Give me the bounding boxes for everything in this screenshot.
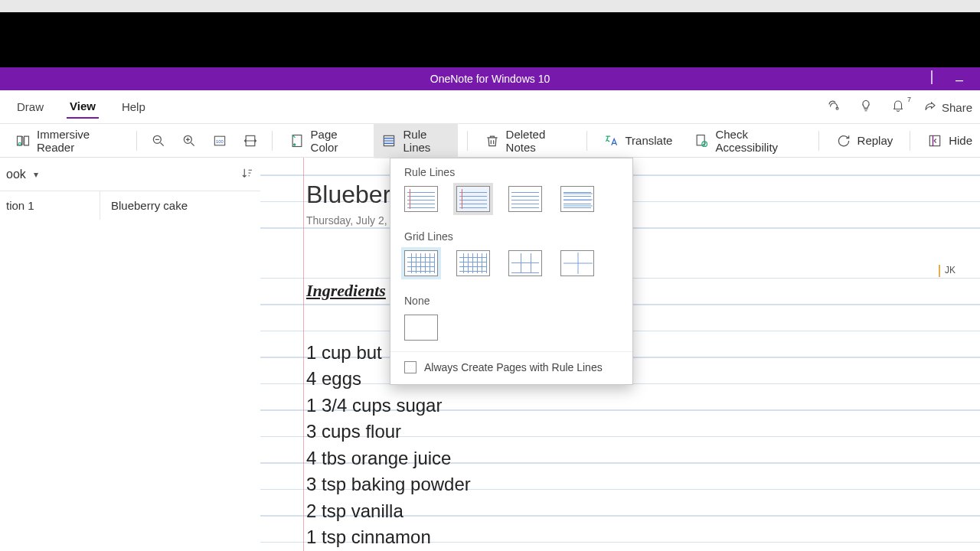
rule-lines-button[interactable]: Rule Lines — [374, 123, 457, 158]
svg-text:100: 100 — [216, 139, 224, 144]
title-caret — [931, 70, 933, 84]
page-list-item[interactable]: Blueberry cake — [100, 191, 260, 220]
ingredient-line: 4 eggs — [306, 368, 361, 389]
lightbulb-icon[interactable] — [859, 99, 873, 116]
ingredient-line: 2 tsp vanilla — [306, 500, 403, 521]
immersive-reader-label: Immersive Reader — [37, 128, 119, 154]
separator — [467, 131, 468, 151]
separator — [136, 131, 137, 151]
rule-option-none[interactable] — [404, 315, 438, 341]
svg-rect-12 — [930, 135, 940, 145]
menu-bar: Draw View Help 7 Share — [0, 90, 980, 124]
always-rule-lines-checkbox[interactable]: Always Create Pages with Rule Lines — [390, 351, 632, 384]
bell-icon[interactable]: 7 — [891, 99, 905, 116]
translate-label: Translate — [625, 134, 672, 147]
screen-bezel — [0, 12, 980, 67]
author-initials-tag: JK — [939, 265, 956, 277]
share-label: Share — [942, 101, 972, 114]
section-list: tion 1 — [0, 191, 100, 220]
hide-nav-button[interactable]: Hide — [920, 129, 980, 153]
replay-button[interactable]: Replay — [828, 129, 901, 153]
page-list: Blueberry cake — [100, 191, 260, 220]
chevron-down-icon: ▾ — [34, 169, 38, 180]
separator — [910, 131, 910, 151]
share-button[interactable]: Share — [923, 100, 972, 114]
margin-line — [303, 158, 304, 551]
grid-lines-section-label: Grid Lines — [390, 223, 632, 246]
ingredients-heading: Ingredients — [306, 278, 386, 305]
tab-help[interactable]: Help — [119, 96, 149, 118]
section-item[interactable]: tion 1 — [0, 191, 100, 220]
minimize-button[interactable]: – — [956, 72, 966, 88]
grid-option-small[interactable] — [404, 250, 438, 276]
page-color-label: Page Color — [311, 128, 361, 154]
deleted-notes-label: Deleted Notes — [506, 128, 570, 154]
notification-badge: 7 — [907, 96, 911, 103]
window-chrome-gap — [0, 0, 980, 12]
notebook-name: ook — [6, 168, 26, 181]
rule-option-wide[interactable] — [560, 186, 594, 212]
ingredient-line: 4 tbs orange juice — [306, 448, 451, 468]
none-section-label: None — [390, 287, 632, 310]
ingredient-line: 3 tsp baking powder — [306, 474, 471, 494]
check-accessibility-label: Check Accessibility — [715, 128, 801, 154]
ingredient-line: 1 tsp cinnamon — [306, 527, 431, 547]
separator — [272, 131, 273, 151]
tab-draw[interactable]: Draw — [14, 96, 47, 118]
zoom-100-button[interactable]: 100 — [207, 129, 232, 153]
title-bar: OneNote for Windows 10 – — [0, 67, 980, 90]
rule-lines-dropdown: Rule Lines Grid Lines None Always Create… — [390, 158, 633, 385]
rule-lines-label: Rule Lines — [403, 128, 449, 154]
check-accessibility-button[interactable]: Check Accessibility — [686, 123, 808, 158]
notebook-selector-row: ook ▾ — [0, 158, 260, 191]
translate-button[interactable]: Translate — [596, 129, 680, 153]
rule-option-narrow[interactable] — [404, 186, 438, 212]
grid-option-large[interactable] — [508, 250, 542, 276]
sync-icon[interactable] — [827, 99, 841, 116]
tab-view[interactable]: View — [67, 95, 99, 119]
deleted-notes-button[interactable]: Deleted Notes — [477, 123, 577, 158]
hide-nav-label: Hide — [949, 134, 972, 147]
page-width-button[interactable] — [238, 129, 263, 153]
sort-pages-button[interactable] — [240, 166, 254, 183]
immersive-reader-button[interactable]: Immersive Reader — [8, 123, 127, 158]
grid-option-medium[interactable] — [456, 250, 490, 276]
separator — [586, 131, 587, 151]
rule-lines-section-label: Rule Lines — [390, 158, 632, 181]
rule-option-standard[interactable] — [508, 186, 542, 212]
ingredient-line: 1 3/4 cups sugar — [306, 395, 442, 416]
svg-point-0 — [836, 107, 838, 109]
zoom-in-button[interactable] — [177, 129, 201, 153]
grid-option-xlarge[interactable] — [560, 250, 594, 276]
svg-point-8 — [293, 143, 296, 145]
zoom-out-button[interactable] — [146, 129, 171, 153]
svg-rect-10 — [697, 135, 705, 145]
separator — [818, 131, 819, 151]
ingredient-line: 3 cups flour — [306, 421, 401, 442]
notebook-selector[interactable]: ook ▾ — [6, 168, 38, 181]
svg-point-1 — [18, 142, 21, 145]
always-rule-lines-label: Always Create Pages with Rule Lines — [424, 361, 603, 373]
ribbon-toolbar: Immersive Reader 100 Page Color Rule Lin… — [0, 124, 980, 158]
app-title: OneNote for Windows 10 — [430, 73, 550, 85]
page-date: Thursday, July 2, — [306, 214, 387, 227]
checkbox-icon — [404, 361, 416, 373]
replay-label: Replay — [858, 134, 893, 147]
page-color-button[interactable]: Page Color — [282, 123, 368, 158]
page-title[interactable]: Blueberr — [306, 181, 399, 209]
ingredient-line: 1 cup but — [306, 342, 382, 363]
rule-option-college[interactable] — [456, 186, 490, 212]
